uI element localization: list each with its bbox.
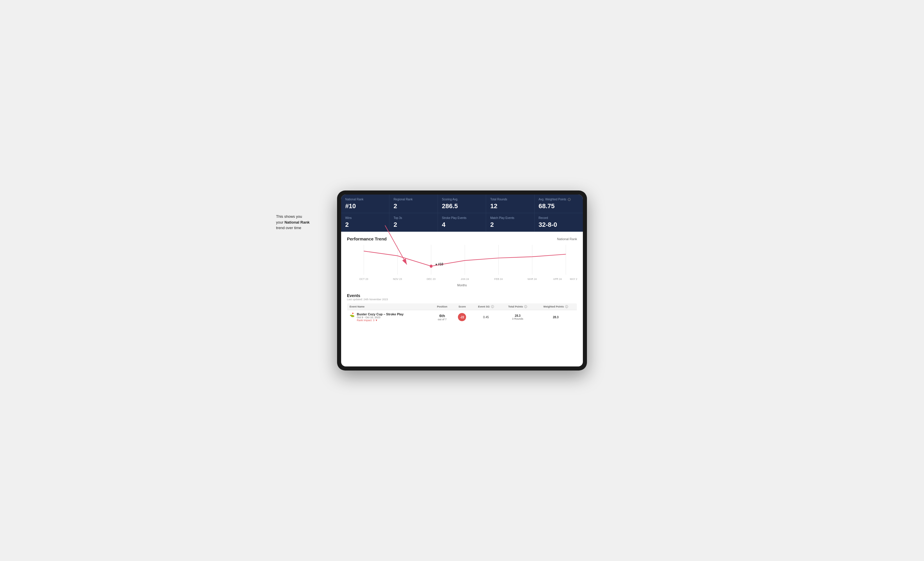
svg-point-9 [430, 265, 433, 268]
stat-match-play-events: Match Play Events 2 [486, 213, 534, 232]
events-section: Events Last updated: 24th November 2023 … [341, 290, 583, 328]
stat-top3s: Top 3s 2 [389, 213, 438, 232]
tablet-screen: National Rank #10 Regional Rank 2 Scorin… [341, 194, 583, 367]
svg-text:APR 24: APR 24 [553, 278, 562, 281]
performance-header: Performance Trend National Rank [347, 236, 577, 241]
performance-subtitle: National Rank [557, 237, 577, 241]
info-icon-total-points: i [524, 305, 527, 308]
svg-text:OCT 23: OCT 23 [359, 278, 368, 281]
svg-text:DEC 23: DEC 23 [427, 278, 435, 281]
col-event-sg: Event SG i [471, 304, 501, 310]
table-row: ⛳ Buster Cozy Cup – Stroke Play Oct 9 - … [347, 310, 577, 325]
info-icon-avg-weighted: i [568, 198, 571, 201]
event-name-cell: ⛳ Buster Cozy Cup – Stroke Play Oct 9 - … [347, 310, 432, 325]
svg-text:MAY 24: MAY 24 [570, 278, 577, 281]
svg-text:NOV 23: NOV 23 [393, 278, 402, 281]
svg-text:FEB 24: FEB 24 [494, 278, 502, 281]
col-weighted-points: Weighted Points i [535, 304, 577, 310]
months-axis-label: Months [347, 284, 577, 287]
golf-icon: ⛳ [350, 313, 354, 317]
info-icon-event-sg: i [491, 305, 494, 308]
stat-scoring-avg: Scoring Avg. 286.5 [438, 194, 486, 213]
tablet-frame: National Rank #10 Regional Rank 2 Scorin… [337, 190, 587, 371]
events-table-header: Event Name Position Score Event SG i Tot… [347, 304, 577, 310]
score-badge: -22 [458, 313, 466, 321]
stat-national-rank: National Rank #10 [341, 194, 389, 213]
stat-wins: Wins 2 [341, 213, 389, 232]
weighted-points-cell: 28.3 [535, 310, 577, 325]
stat-avg-weighted-points: Avg. Weighted Points i 68.75 [535, 194, 583, 213]
total-points-cell: 28.3 3 Rounds [501, 310, 535, 325]
performance-chart: ● #10 OCT 23 NOV 23 DEC 23 JAN 24 FEB 24… [347, 245, 577, 283]
events-table: Event Name Position Score Event SG i Tot… [347, 303, 577, 325]
stat-regional-rank: Regional Rank 2 [389, 194, 438, 213]
svg-text:JAN 24: JAN 24 [460, 278, 469, 281]
main-content: National Rank #10 Regional Rank 2 Scorin… [341, 194, 583, 367]
annotation-text: This shows you your National Rank trend … [276, 214, 328, 231]
performance-section: Performance Trend National Rank [341, 232, 583, 290]
col-event-name: Event Name [347, 304, 432, 310]
events-title: Events [347, 293, 577, 298]
col-total-points: Total Points i [501, 304, 535, 310]
performance-title: Performance Trend [347, 236, 387, 241]
events-table-body: ⛳ Buster Cozy Cup – Stroke Play Oct 9 - … [347, 310, 577, 325]
stat-stroke-play-events: Stroke Play Events 4 [438, 213, 486, 232]
stats-row-2: Wins 2 Top 3s 2 Stroke Play Events 4 Mat… [341, 213, 583, 232]
stat-total-rounds: Total Rounds 12 [486, 194, 534, 213]
stats-row-1: National Rank #10 Regional Rank 2 Scorin… [341, 194, 583, 213]
rank-impact-arrow: ▼ [375, 319, 378, 322]
event-sg-cell: 0.45 [471, 310, 501, 325]
svg-text:MAR 24: MAR 24 [528, 278, 537, 281]
score-cell: -22 [453, 310, 471, 325]
stat-record: Record 32-8-0 [535, 213, 583, 232]
info-icon-weighted-points: i [565, 305, 568, 308]
position-cell: 6th out of 7 [432, 310, 453, 325]
col-score: Score [453, 304, 471, 310]
events-last-updated: Last updated: 24th November 2023 [347, 298, 577, 301]
col-position: Position [432, 304, 453, 310]
chart-svg: ● #10 OCT 23 NOV 23 DEC 23 JAN 24 FEB 24… [347, 245, 577, 283]
svg-text:● #10: ● #10 [435, 262, 443, 266]
